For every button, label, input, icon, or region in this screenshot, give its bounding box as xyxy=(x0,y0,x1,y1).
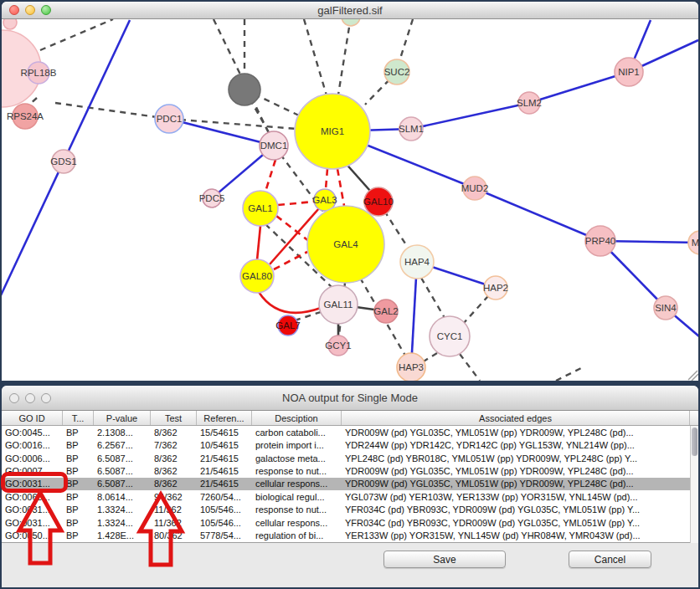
table-cell: 6.5087... xyxy=(94,453,151,464)
table-header[interactable]: GO IDT...P-valueTestReferen...Desciption… xyxy=(2,411,698,426)
network-node-SIN4[interactable]: SIN4 xyxy=(654,296,677,320)
node-label: GAL10 xyxy=(363,197,394,207)
table-row[interactable]: GO:0007...BP6.5087...8/36221/54615respon… xyxy=(2,464,690,477)
save-button[interactable]: Save xyxy=(383,551,506,568)
network-node-PRP40[interactable]: PRP40 xyxy=(585,226,615,256)
table-cell: 8.0614... xyxy=(94,492,151,502)
network-edge-red[interactable] xyxy=(259,292,321,313)
network-node-unlabeled[interactable] xyxy=(3,19,17,29)
table-row[interactable]: GO:0065...BP8.0614...94/3627260/54...bio… xyxy=(2,490,690,503)
network-edge-blue[interactable] xyxy=(475,188,600,241)
table-cell: 11/362 xyxy=(151,518,197,528)
network-node-NIP1[interactable]: NIP1 xyxy=(615,58,643,86)
network-node-PDC1[interactable]: PDC1 xyxy=(155,105,183,133)
network-edge-dashed[interactable] xyxy=(399,19,413,61)
column-header-associated-edges[interactable]: Associated edges xyxy=(342,411,690,425)
close-button-icon[interactable] xyxy=(9,393,19,403)
network-edge-dashed[interactable] xyxy=(338,19,351,95)
network-node-SLM1[interactable]: SLM1 xyxy=(399,117,424,141)
table-row[interactable]: GO:0016...BP6.2567...7/36210/54615protei… xyxy=(2,438,690,451)
noa-window-titlebar[interactable]: NOA output for Single Mode xyxy=(2,386,698,411)
network-node-MUD2[interactable]: MUD2 xyxy=(461,177,489,200)
table-cell: 21/54615 xyxy=(197,466,252,476)
table-cell: GO:0016... xyxy=(2,440,63,450)
table-cell: 8/362 xyxy=(151,428,197,438)
table-scrollbar[interactable] xyxy=(690,426,698,543)
network-node-DMC1[interactable]: DMC1 xyxy=(260,131,288,160)
network-edge-dashed[interactable] xyxy=(55,103,169,119)
network-edge-dashed[interactable] xyxy=(556,368,581,381)
zoom-button-icon[interactable] xyxy=(41,393,51,403)
column-header-p-value[interactable]: P-value xyxy=(94,411,151,425)
network-edge-dashed[interactable] xyxy=(460,354,480,381)
network-node-unlabeled[interactable] xyxy=(229,74,260,105)
network-node-GCY1[interactable]: GCY1 xyxy=(325,335,351,356)
column-header-t[interactable]: T... xyxy=(63,411,94,425)
node-label: RPL18B xyxy=(21,68,57,78)
network-node-GAL4[interactable]: GAL4 xyxy=(307,206,384,283)
network-node-GAL10[interactable]: GAL10 xyxy=(363,187,394,216)
network-node-MIG1[interactable]: MIG1 xyxy=(295,94,370,169)
network-edge-reddash[interactable] xyxy=(278,202,314,205)
network-edge-reddash[interactable] xyxy=(265,160,275,192)
table-row[interactable]: GO:0031...BP6.5087...8/36221/54615cellul… xyxy=(2,478,690,490)
network-node-HAP4[interactable]: HAP4 xyxy=(400,245,434,279)
network-edge-reddash[interactable] xyxy=(337,169,344,206)
minimize-button-icon[interactable] xyxy=(25,5,35,15)
table-cell: BP xyxy=(63,428,94,438)
network-node-MSI[interactable]: MSI xyxy=(688,231,698,254)
table-cell: BP xyxy=(63,518,94,528)
table-row[interactable]: GO:0045...BP2.1308...8/36215/54615carbon… xyxy=(2,426,690,438)
table-cell: 1.428E... xyxy=(94,530,151,540)
network-node-unlabeled[interactable] xyxy=(342,19,360,26)
node-label: HAP4 xyxy=(404,257,430,267)
minimize-button-icon[interactable] xyxy=(25,393,35,403)
network-edge-dashed[interactable] xyxy=(421,278,445,318)
column-header-go-id[interactable]: GO ID xyxy=(2,411,63,425)
cancel-button[interactable]: Cancel xyxy=(569,551,651,568)
table-cell: GO:0065... xyxy=(2,492,63,502)
results-table[interactable]: GO:0045...BP2.1308...8/36215/54615carbon… xyxy=(2,426,690,543)
table-row[interactable]: GO:0006...BP6.5087...8/36221/54615galact… xyxy=(2,452,690,464)
network-node-GAL7[interactable]: GAL7 xyxy=(275,315,300,335)
table-cell: 21/54615 xyxy=(197,453,252,464)
network-node-HAP3[interactable]: HAP3 xyxy=(397,353,425,381)
table-cell: 105/546... xyxy=(197,504,252,515)
close-button-icon[interactable] xyxy=(9,5,19,15)
zoom-button-icon[interactable] xyxy=(41,5,51,15)
column-header-referen[interactable]: Referen... xyxy=(197,411,252,425)
network-edge-reddash[interactable] xyxy=(326,169,327,189)
network-node-HAP2[interactable]: HAP2 xyxy=(483,276,508,300)
network-edge-dashed[interactable] xyxy=(40,19,113,50)
network-edge-blue[interactable] xyxy=(529,72,629,103)
table-cell: BP xyxy=(63,530,94,540)
table-cell: YPL248C (pd) YBR018C, YML051W (pp) YDR00… xyxy=(342,453,690,464)
network-edge-blue[interactable] xyxy=(169,119,274,146)
network-node-GAL11[interactable]: GAL11 xyxy=(319,285,358,324)
network-node-GDS1[interactable]: GDS1 xyxy=(50,150,76,173)
network-node-SLM2[interactable]: SLM2 xyxy=(517,92,542,114)
network-edge-dashed[interactable] xyxy=(304,19,327,95)
network-node-RPS24A[interactable]: RPS24A xyxy=(7,104,44,129)
scrollbar-thumb[interactable] xyxy=(692,428,697,456)
table-row[interactable]: GO:0031...BP1.3324...11/362105/546...res… xyxy=(2,504,690,516)
column-header-test[interactable]: Test xyxy=(151,411,197,425)
table-row[interactable]: GO:0050...BP1.428E...80/3625778/54...reg… xyxy=(2,530,690,542)
column-header-desciption[interactable]: Desciption xyxy=(252,411,342,425)
table-cell: response to nut... xyxy=(252,504,342,515)
node-label: GCY1 xyxy=(325,341,351,351)
network-node-CYC1[interactable]: CYC1 xyxy=(430,316,470,356)
network-window-titlebar[interactable]: galFiltered.sif xyxy=(2,2,698,19)
network-edge-blue[interactable] xyxy=(411,103,529,129)
network-node-SUC2[interactable]: SUC2 xyxy=(384,59,410,85)
network-edge-red[interactable] xyxy=(257,226,260,260)
table-cell: biological regul... xyxy=(252,492,342,502)
network-node-GAL2[interactable]: GAL2 xyxy=(373,300,398,323)
table-cell: galactose meta... xyxy=(252,453,342,464)
network-canvas[interactable]: RPL18BRPS24AGDS1PDC1PDC5DMC1MIG1SUC2SLM1… xyxy=(2,19,698,381)
table-row[interactable]: GO:0031...BP1.3324...11/362105/546...cel… xyxy=(2,516,690,529)
node-label: GAL7 xyxy=(275,320,300,330)
network-node-GAL80[interactable]: GAL80 xyxy=(240,259,274,293)
network-edge-thin[interactable] xyxy=(688,371,697,380)
network-node-GAL1[interactable]: GAL1 xyxy=(243,191,278,226)
